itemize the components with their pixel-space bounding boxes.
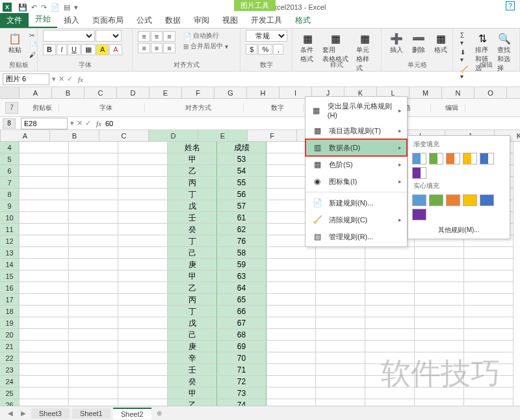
cell[interactable] — [118, 376, 168, 387]
gradient-purple[interactable] — [412, 167, 426, 179]
fx2-icon[interactable]: fx — [96, 120, 101, 127]
autosum-icon[interactable]: Σ ▾ — [458, 31, 470, 47]
cell[interactable] — [118, 247, 168, 259]
cell[interactable] — [464, 294, 514, 306]
cell[interactable] — [69, 376, 118, 387]
cell[interactable] — [118, 294, 168, 306]
cancel-icon[interactable]: ✕ — [58, 75, 64, 83]
sheet-tab-3[interactable]: Sheet3 — [31, 408, 70, 419]
cell[interactable]: 庚 — [168, 341, 217, 352]
cell[interactable] — [316, 364, 365, 376]
cell[interactable]: 己 — [168, 247, 217, 259]
formula-input-1[interactable] — [86, 74, 520, 85]
cell[interactable] — [20, 235, 69, 247]
gradient-orange[interactable] — [463, 153, 477, 164]
row-header-21[interactable]: 21 — [0, 341, 20, 352]
cell[interactable] — [415, 259, 464, 270]
tab-page-layout[interactable]: 页面布局 — [86, 13, 130, 28]
tab-review[interactable]: 审阅 — [187, 13, 216, 28]
cell[interactable] — [266, 306, 316, 317]
align-left-icon[interactable]: ≡ — [138, 43, 150, 53]
align-center-icon[interactable]: ≡ — [151, 43, 162, 53]
cell[interactable] — [20, 270, 69, 282]
fx-icon[interactable]: fx — [78, 75, 83, 83]
cell[interactable] — [20, 189, 69, 200]
cell[interactable]: 62 — [217, 224, 266, 235]
cell[interactable] — [365, 329, 415, 341]
col-header-H[interactable]: H — [247, 87, 280, 98]
cell[interactable] — [464, 282, 514, 294]
cell[interactable] — [20, 329, 69, 341]
cell[interactable] — [69, 212, 118, 224]
cell[interactable] — [415, 294, 464, 306]
cell[interactable]: 癸 — [168, 224, 217, 235]
cell[interactable] — [464, 317, 514, 329]
cell[interactable] — [69, 177, 118, 189]
cell[interactable]: 72 — [217, 376, 266, 387]
undo-icon[interactable]: ↶ — [31, 3, 37, 12]
cell[interactable] — [266, 282, 316, 294]
cell[interactable] — [464, 259, 514, 270]
cell[interactable] — [118, 387, 168, 399]
name-box-1[interactable] — [3, 73, 49, 85]
row-header-4[interactable]: 4 — [0, 142, 20, 153]
solid-green[interactable] — [429, 194, 443, 206]
cell[interactable]: 甲 — [168, 270, 217, 282]
cell[interactable] — [316, 247, 365, 259]
cell[interactable] — [69, 387, 118, 399]
cell[interactable] — [266, 364, 316, 376]
cell[interactable]: 59 — [217, 259, 266, 270]
cell[interactable] — [316, 306, 365, 317]
cell[interactable]: 乙 — [168, 165, 217, 177]
qa-btn2-icon[interactable]: ▤ — [64, 3, 70, 12]
cell[interactable] — [69, 341, 118, 352]
cell[interactable] — [20, 224, 69, 235]
gradient-red[interactable] — [446, 153, 460, 164]
cell[interactable] — [20, 247, 69, 259]
cell[interactable] — [316, 329, 365, 341]
cell[interactable] — [266, 341, 316, 352]
col-header-M[interactable]: M — [410, 87, 442, 98]
font-family-select[interactable] — [43, 30, 95, 42]
cell[interactable]: 64 — [217, 282, 266, 294]
cell[interactable]: 73 — [217, 387, 266, 399]
cell[interactable] — [69, 247, 118, 259]
menu-manage-rules[interactable]: ▤管理规则(R)... — [306, 228, 407, 245]
cell[interactable]: 丁 — [168, 235, 217, 247]
col-header2-B[interactable]: B — [50, 130, 99, 141]
col-header-C[interactable]: C — [84, 87, 117, 98]
col-header-B[interactable]: B — [52, 87, 84, 98]
cell[interactable] — [20, 352, 69, 364]
cell[interactable] — [365, 341, 415, 352]
cell[interactable] — [69, 294, 118, 306]
cell[interactable] — [118, 177, 168, 189]
col-header-E[interactable]: E — [150, 87, 182, 98]
underline-button[interactable]: U — [68, 44, 81, 55]
col-header-G[interactable]: G — [214, 87, 247, 98]
cell[interactable] — [118, 165, 168, 177]
delete-button[interactable]: ➖删除 — [409, 30, 428, 56]
cell[interactable]: 57 — [217, 200, 266, 212]
cell[interactable] — [316, 341, 365, 352]
currency-icon[interactable]: $ — [246, 44, 257, 55]
col-header-F[interactable]: F — [182, 87, 214, 98]
cell[interactable] — [415, 306, 464, 317]
cell[interactable]: 67 — [217, 317, 266, 329]
col-header2-F[interactable]: F — [248, 130, 297, 141]
confirm2-icon[interactable]: ✓ — [85, 119, 91, 127]
cell[interactable]: 丙 — [168, 177, 217, 189]
cell[interactable] — [316, 387, 365, 399]
cell[interactable] — [118, 259, 168, 270]
format-button[interactable]: ▦格式 — [431, 30, 450, 56]
cell[interactable]: 壬 — [168, 212, 217, 224]
cell[interactable]: 56 — [217, 189, 266, 200]
cell[interactable] — [69, 165, 118, 177]
cell[interactable] — [464, 376, 514, 387]
cell[interactable] — [415, 247, 464, 259]
cell[interactable]: 70 — [217, 352, 266, 364]
cell[interactable] — [266, 329, 316, 341]
font-color-button[interactable]: A — [109, 44, 122, 55]
cell[interactable]: 庚 — [168, 259, 217, 270]
cell[interactable] — [69, 282, 118, 294]
sheet-prev-icon[interactable]: ◀ — [5, 410, 16, 417]
